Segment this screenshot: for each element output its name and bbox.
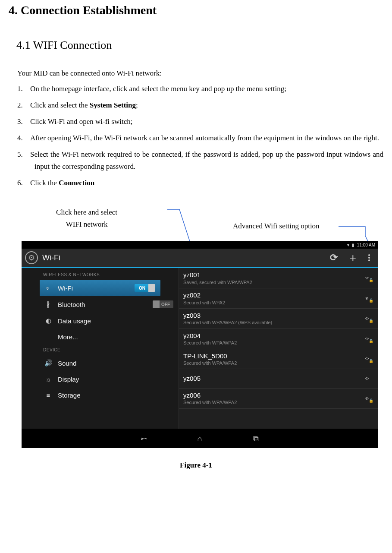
sidebar-item-label: Bluetooth bbox=[58, 301, 153, 308]
network-status: Secured with WPA/WPA2 (WPS available) bbox=[183, 319, 365, 325]
bold-term: System Setting bbox=[90, 101, 136, 109]
gear-icon bbox=[25, 251, 38, 264]
network-status: Secured with WPA/WPA2 bbox=[183, 360, 365, 366]
back-button[interactable]: ⤺ bbox=[135, 434, 152, 443]
steps-list: 1.On the homepage interface, click and s… bbox=[17, 83, 383, 189]
sidebar-item-bluetooth[interactable]: ∦ Bluetooth OFF bbox=[22, 296, 179, 313]
step-number: 1. bbox=[17, 83, 30, 95]
step-text: On the homepage interface, click and sel… bbox=[30, 85, 286, 93]
lock-icon: 🔒 bbox=[369, 319, 373, 323]
lock-icon: 🔒 bbox=[369, 398, 373, 403]
storage-icon: ≡ bbox=[44, 392, 53, 399]
step-item: 3.Click Wi-Fi and open wi-fi switch; bbox=[17, 116, 383, 128]
sidebar-item-data-usage[interactable]: ◐ Data usage bbox=[22, 313, 179, 329]
sidebar-item-label: Storage bbox=[58, 392, 173, 399]
sidebar-item-more[interactable]: More... bbox=[22, 329, 179, 345]
step-text: Click the Connection bbox=[30, 179, 94, 187]
sidebar-item-label: Wi-Fi bbox=[58, 284, 135, 292]
step-number: 6. bbox=[17, 177, 30, 189]
status-bar: ▾ ▮ 11:00 AM bbox=[22, 241, 378, 249]
wifi-status-icon: ▾ bbox=[347, 243, 349, 247]
bold-term: Connection bbox=[59, 179, 94, 187]
step-text: Select the Wi-Fi network required to be … bbox=[30, 150, 383, 171]
sidebar-item-label: Data usage bbox=[58, 317, 173, 325]
callouts-container: Click here and select WIFI network Advan… bbox=[9, 206, 383, 241]
wifi-signal-icon: ᯤ bbox=[365, 375, 371, 382]
wifi-network-item[interactable]: yz003 Secured with WPA/WPA2 (WPS availab… bbox=[179, 309, 378, 329]
bluetooth-icon: ∦ bbox=[44, 300, 53, 308]
wifi-signal-icon: ᯤ🔒 bbox=[365, 315, 371, 322]
settings-body: WIRELESS & NETWORKS ᯤ Wi-Fi ON ∦ Bluetoo… bbox=[22, 268, 378, 429]
callout-right: Advanced Wifi setting option bbox=[233, 222, 320, 231]
wifi-signal-icon: ᯤ🔒 bbox=[365, 295, 371, 302]
wifi-signal-icon: ᯤ🔒 bbox=[365, 355, 371, 362]
display-icon: ☼ bbox=[44, 376, 53, 383]
wifi-network-item[interactable]: yz002 Secured with WPA2 ᯤ🔒 bbox=[179, 288, 378, 309]
wifi-signal-icon: ᯤ🔒 bbox=[365, 395, 371, 402]
recent-apps-button[interactable]: ⧉ bbox=[247, 434, 264, 443]
settings-header: Wi-Fi ⟳ + bbox=[22, 249, 378, 268]
wifi-network-item[interactable]: yz005 ᯤ bbox=[179, 369, 378, 389]
wifi-icon: ᯤ bbox=[44, 284, 53, 292]
sidebar-section-label: WIRELESS & NETWORKS bbox=[22, 270, 179, 280]
network-name: yz001 bbox=[183, 271, 365, 279]
wifi-network-list: yz001 Saved, secured with WPA/WPA2 ᯤ🔒 yz… bbox=[179, 268, 378, 429]
wifi-network-item[interactable]: yz001 Saved, secured with WPA/WPA2 ᯤ🔒 bbox=[179, 268, 378, 288]
battery-icon: ▮ bbox=[352, 243, 354, 247]
sidebar-item-sound[interactable]: 🔊 Sound bbox=[22, 355, 179, 371]
wifi-signal-icon: ᯤ🔒 bbox=[365, 335, 371, 342]
callout-left: Click here and select WIFI network bbox=[56, 206, 117, 230]
status-time: 11:00 AM bbox=[357, 243, 375, 247]
callout-text: Click here and select bbox=[56, 208, 117, 216]
step-number: 3. bbox=[17, 116, 30, 128]
home-button[interactable]: ⌂ bbox=[191, 434, 208, 443]
step-number: 5. bbox=[17, 149, 30, 161]
network-name: yz004 bbox=[183, 332, 365, 340]
sidebar-item-display[interactable]: ☼ Display bbox=[22, 371, 179, 387]
wifi-network-item[interactable]: TP-LINK_5D00 Secured with WPA/WPA2 ᯤ🔒 bbox=[179, 349, 378, 370]
sidebar-item-label: More... bbox=[58, 333, 173, 341]
sidebar-item-wifi[interactable]: ᯤ Wi-Fi ON bbox=[40, 280, 160, 296]
menu-dots-icon[interactable] bbox=[368, 254, 370, 261]
sidebar-item-label: Sound bbox=[58, 360, 173, 367]
header-actions: ⟳ + bbox=[330, 251, 374, 265]
step-item: 2.Click and select the System Setting; bbox=[17, 99, 383, 111]
bluetooth-toggle[interactable]: OFF bbox=[153, 300, 173, 308]
wifi-signal-icon: ᯤ🔒 bbox=[365, 275, 371, 281]
step-item: 4.After opening Wi-Fi, the Wi-Fi network… bbox=[17, 132, 383, 144]
sidebar-section-label: DEVICE bbox=[22, 345, 179, 355]
network-name: yz005 bbox=[183, 374, 365, 383]
sidebar-item-label: Display bbox=[58, 376, 173, 383]
lock-icon: 🔒 bbox=[369, 298, 373, 303]
step-item: 5.Select the Wi-Fi network required to b… bbox=[17, 149, 383, 173]
data-usage-icon: ◐ bbox=[44, 317, 53, 325]
step-text: Click Wi-Fi and open wi-fi switch; bbox=[30, 117, 132, 126]
wifi-toggle[interactable]: ON bbox=[135, 284, 155, 292]
intro-text: Your MID can be connected onto Wi-Fi net… bbox=[17, 69, 383, 78]
android-screenshot: ▾ ▮ 11:00 AM Wi-Fi ⟳ + WIRELESS & NETWOR… bbox=[22, 241, 378, 448]
lock-icon: 🔒 bbox=[369, 278, 373, 282]
wifi-network-item[interactable]: yz006 Secured with WPA/WPA2 ᯤ🔒 bbox=[179, 389, 378, 409]
wps-icon[interactable]: ⟳ bbox=[330, 252, 338, 263]
step-text: Click and select the System Setting; bbox=[30, 101, 138, 109]
section-heading: 4. Connection Establishment bbox=[9, 3, 383, 17]
step-item: 6.Click the Connection bbox=[17, 177, 383, 189]
sidebar-item-storage[interactable]: ≡ Storage bbox=[22, 387, 179, 403]
step-text: After opening Wi-Fi, the Wi-Fi network c… bbox=[30, 134, 379, 142]
callout-text: WIFI network bbox=[66, 220, 108, 228]
header-title: Wi-Fi bbox=[42, 253, 330, 262]
step-number: 4. bbox=[17, 132, 30, 144]
sound-icon: 🔊 bbox=[44, 359, 53, 367]
step-item: 1.On the homepage interface, click and s… bbox=[17, 83, 383, 95]
wifi-network-item[interactable]: yz004 Secured with WPA/WPA2 ᯤ🔒 bbox=[179, 329, 378, 349]
lock-icon: 🔒 bbox=[369, 359, 373, 363]
network-name: yz003 bbox=[183, 311, 365, 320]
settings-sidebar: WIRELESS & NETWORKS ᯤ Wi-Fi ON ∦ Bluetoo… bbox=[22, 268, 179, 429]
network-status: Secured with WPA/WPA2 bbox=[183, 340, 365, 346]
add-network-icon[interactable]: + bbox=[350, 251, 356, 265]
network-name: TP-LINK_5D00 bbox=[183, 352, 365, 360]
figure-caption: Figure 4-1 bbox=[9, 461, 383, 470]
step-number: 2. bbox=[17, 99, 30, 111]
lock-icon: 🔒 bbox=[369, 339, 373, 343]
network-name: yz006 bbox=[183, 391, 365, 400]
